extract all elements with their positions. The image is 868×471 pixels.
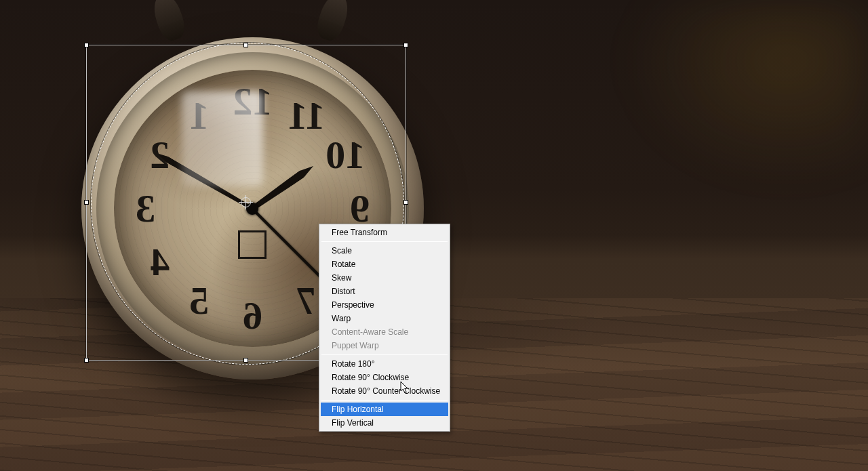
menu-item-scale[interactable]: Scale (321, 244, 448, 258)
menu-item-rotate[interactable]: Rotate (321, 258, 448, 271)
menu-item-distort[interactable]: Distort (321, 285, 448, 298)
menu-separator (321, 400, 448, 401)
clock-hour-hand (250, 162, 316, 211)
clock-center (247, 203, 259, 215)
menu-item-rotate_180[interactable]: Rotate 180° (321, 357, 448, 371)
menu-item-perspective[interactable]: Perspective (321, 298, 448, 312)
clock-numeral-2: 2 (140, 135, 180, 176)
clock-minute-hand (154, 150, 254, 211)
clock-subdial (239, 230, 267, 259)
clock-numeral-12: 12 (233, 81, 273, 122)
clock-numeral-5: 5 (179, 281, 220, 321)
menu-item-flip_vertical[interactable]: Flip Vertical (321, 416, 448, 430)
menu-item-rotate_90_ccw[interactable]: Rotate 90° Counter Clockwise (321, 384, 448, 398)
menu-separator (321, 241, 448, 242)
menu-item-puppet_warp: Puppet Warp (321, 339, 448, 352)
clock-numeral-4: 4 (140, 242, 180, 283)
clock-numeral-10: 10 (325, 135, 366, 176)
menu-item-content_aware_scale: Content-Aware Scale (321, 325, 448, 339)
clock-numeral-3: 3 (125, 188, 166, 229)
menu-item-warp[interactable]: Warp (321, 312, 448, 325)
menu-separator (321, 354, 448, 355)
clock-numeral-9: 9 (340, 188, 380, 229)
menu-item-free_transform[interactable]: Free Transform (321, 226, 448, 239)
clock-numeral-6: 6 (233, 295, 273, 336)
transform-context-menu[interactable]: Free TransformScaleRotateSkewDistortPers… (319, 224, 450, 432)
clock-numeral-11: 11 (286, 96, 327, 136)
clock-numeral-1: 1 (179, 96, 220, 136)
menu-item-rotate_90_cw[interactable]: Rotate 90° Clockwise (321, 371, 448, 384)
menu-item-skew[interactable]: Skew (321, 271, 448, 285)
menu-item-flip_horizontal[interactable]: Flip Horizontal (321, 403, 448, 416)
